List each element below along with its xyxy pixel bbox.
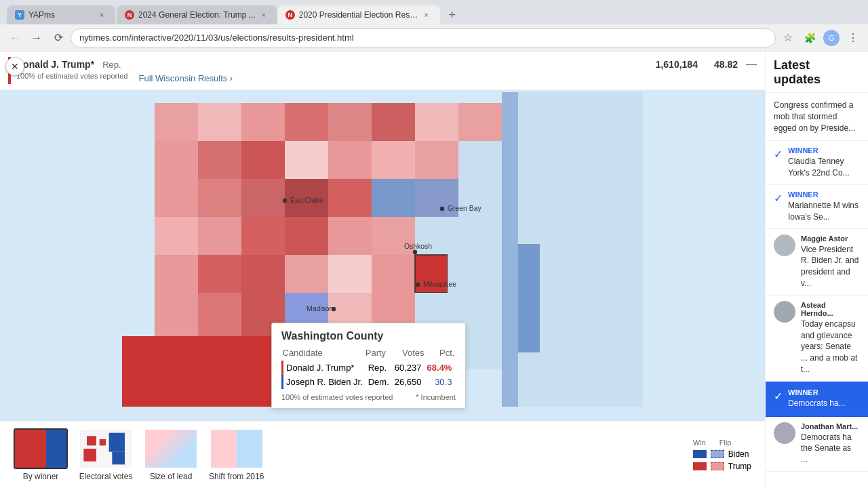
legend-win-label: Win [693,439,706,447]
svg-rect-7 [372,103,415,141]
svg-rect-69 [87,436,96,445]
biden-label: Biden [728,449,749,459]
row-pct: 68.4% [425,361,455,375]
sidebar-winner-highlight[interactable]: ✓ WINNER Democrats ha... [766,382,868,417]
svg-rect-57 [518,244,540,352]
sidebar-news-astead[interactable]: Astead Herndo... Today encapsu and griev… [766,296,868,382]
astead-content: Astead Herndo... Today encapsu and griev… [801,301,860,375]
menu-button[interactable]: ⋮ [844,28,863,47]
candidate-votes: 1,610,184 [656,59,698,70]
candidate-pct: 48.82 [714,59,738,70]
electoral-thumbnail [79,428,133,469]
nav-bar: ← → ⟳ nytimes.com/interactive/2020/11/03… [0,24,868,52]
svg-rect-36 [241,255,285,293]
table-row: Joseph R. Biden Jr. Dem. 26,650 30.3 [283,375,455,389]
tooltip-county-name: Washington County [281,330,456,342]
reload-button[interactable]: ⟳ [49,28,68,47]
forward-button[interactable]: → [27,28,46,47]
svg-text:Green Bay: Green Bay [448,205,481,212]
sidebar-winner-claudia[interactable]: ✓ WINNER Claudia Tenney York's 22nd Co..… [766,141,868,185]
svg-rect-23 [372,179,415,217]
winner-content: WINNER Claudia Tenney York's 22nd Co... [788,146,860,179]
tooltip-table: Candidate Party Votes Pct. Donald J. Tru… [281,348,456,389]
tab-presidential-close[interactable]: × [421,9,432,20]
profile-button[interactable]: G [822,28,841,47]
tab-general[interactable]: N 2024 General Election: Trump ... × [117,5,277,24]
close-button[interactable]: ✕ [5,57,24,76]
svg-rect-56 [502,92,518,407]
svg-rect-8 [415,103,458,141]
winner-label-3: WINNER [788,388,846,396]
col-candidate: Candidate [283,348,366,361]
address-bar[interactable]: nytimes.com/interactive/2020/11/03/us/el… [71,28,776,47]
general-favicon: N [125,10,134,20]
svg-rect-11 [198,141,241,179]
svg-rect-5 [285,103,328,141]
row-party: Dem. [366,375,392,389]
svg-rect-34 [155,255,198,293]
svg-rect-12 [241,141,285,179]
svg-rect-73 [112,452,125,465]
back-button[interactable]: ← [5,28,24,47]
legend-trump: Trump [693,462,751,471]
expand-button[interactable]: — [746,58,757,70]
astead-author: Astead Herndo... [801,301,860,317]
tab-presidential[interactable]: N 2020 Presidential Election Resu... × [277,5,440,24]
new-tab-button[interactable]: + [443,5,462,24]
tab-general-close[interactable]: × [258,9,269,20]
winner-text: Claudia Tenney York's 22nd Co... [788,156,860,179]
svg-point-64 [416,283,420,287]
tooltip-vote-note: 100% of estimated votes reported [281,393,393,401]
svg-rect-37 [285,255,328,293]
legend-area: Win Flip Biden Trump [693,439,751,471]
svg-point-62 [413,250,417,254]
bookmark-button[interactable]: ☆ [778,28,797,47]
extensions-button[interactable]: 🧩 [800,28,819,47]
svg-rect-19 [198,179,241,217]
jonathan-author: Jonathan Mart... [801,422,860,430]
col-pct: Pct. [425,348,455,361]
winner-text-2: Mariannette M wins Iowa's Se... [788,200,860,223]
table-row: Donald J. Trump* Rep. 60,237 68.4% [283,361,455,375]
view-shift-2016[interactable]: Shift from 2016 [209,428,264,481]
legend-flip-label: Flip [719,439,732,447]
view-size-of-lead[interactable]: Size of lead [144,428,198,481]
view-by-winner-label: By winner [23,472,59,481]
page-content: ✕ Donald J. Trump* Rep. 1,610,184 48.82 … [0,52,868,488]
svg-rect-16 [415,141,458,179]
county-tooltip: Washington County Candidate Party Votes … [271,323,466,409]
row-party: Rep. [366,361,392,375]
tab-bar: Y YAPms × N 2024 General Election: Trump… [0,0,868,24]
svg-rect-17 [458,141,502,179]
astead-avatar [774,301,795,323]
legend-biden: Biden [693,449,751,459]
sidebar-news-maggie[interactable]: Maggie Astor Vice President R. Biden Jr.… [766,229,868,296]
map-bottom: By winner Electoral vo [0,421,765,488]
col-party: Party [366,348,392,361]
winner-text-3: Democrats ha... [788,398,846,409]
svg-rect-50 [198,336,241,369]
svg-point-60 [440,207,444,211]
full-results-link[interactable]: Full Wisconsin Results › [138,73,233,83]
sidebar-winner-mariannette[interactable]: ✓ WINNER Mariannette M wins Iowa's Se... [766,185,868,229]
sidebar-item-congress[interactable]: Congress confirmed a mob that stormed eg… [766,93,868,141]
tab-yapms-close[interactable]: × [96,9,107,20]
sidebar-news-jonathan[interactable]: Jonathan Mart... Democrats ha the Senate… [766,417,868,472]
view-by-winner[interactable]: By winner [14,428,68,481]
svg-text:Oshkosh: Oshkosh [404,243,432,250]
by-winner-thumbnail [14,428,68,469]
candidate-name: Donald J. Trump* [16,59,94,70]
url-text: nytimes.com/interactive/2020/11/03/us/el… [79,33,354,43]
svg-rect-22 [328,179,372,217]
winner-check-icon-3: ✓ [774,390,783,409]
svg-rect-4 [241,103,285,141]
astead-text: Today encapsu and grievance years: Senat… [801,319,860,375]
svg-text:Eau Claire: Eau Claire [290,197,323,204]
svg-rect-49 [155,336,198,369]
shift-thumbnail [210,428,264,469]
tab-yapms[interactable]: Y YAPms × [7,5,115,24]
map-area: ✕ Donald J. Trump* Rep. 1,610,184 48.82 … [0,52,765,488]
jonathan-content: Jonathan Mart... Democrats ha the Senate… [801,422,860,466]
row-votes: 26,650 [392,375,425,389]
view-electoral[interactable]: Electoral votes [79,428,133,481]
